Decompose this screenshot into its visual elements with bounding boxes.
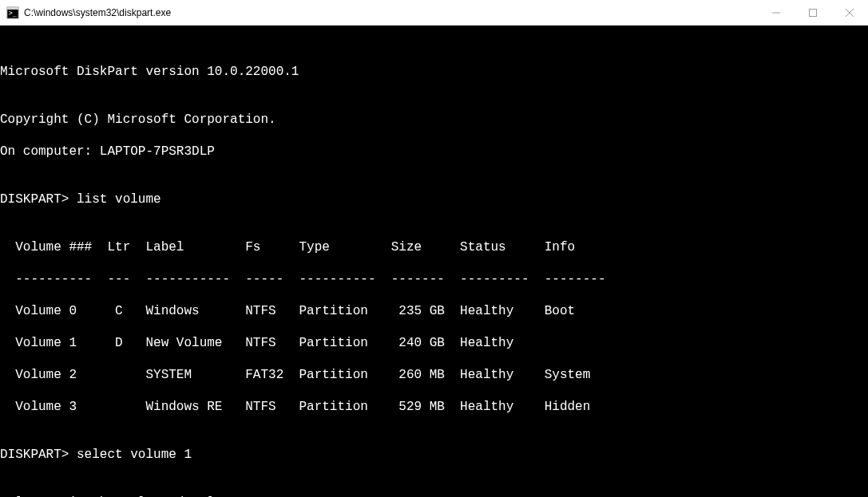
terminal-command: DISKPART> list volume — [0, 191, 868, 207]
table-divider: ---------- --- ----------- ----- -------… — [0, 271, 868, 287]
titlebar[interactable]: >_ C:\windows\system32\diskpart.exe — [0, 0, 868, 26]
window-controls — [758, 0, 868, 25]
terminal-command: DISKPART> select volume 1 — [0, 447, 868, 463]
table-header: Volume ### Ltr Label Fs Type Size Status… — [0, 239, 868, 255]
minimize-button[interactable] — [758, 0, 795, 25]
terminal-line-version: Microsoft DiskPart version 10.0.22000.1 — [0, 64, 868, 80]
table-row: Volume 3 Windows RE NTFS Partition 529 M… — [0, 399, 868, 415]
maximize-button[interactable] — [795, 0, 831, 25]
table-row: Volume 0 C Windows NTFS Partition 235 GB… — [0, 303, 868, 319]
terminal-line-computer: On computer: LAPTOP-7PSR3DLP — [0, 144, 868, 160]
table-row: Volume 1 D New Volume NTFS Partition 240… — [0, 335, 868, 351]
svg-text:>_: >_ — [9, 10, 17, 17]
svg-rect-4 — [810, 9, 817, 16]
window-title: C:\windows\system32\diskpart.exe — [24, 7, 758, 18]
app-window: >_ C:\windows\system32\diskpart.exe Micr… — [0, 0, 868, 497]
close-button[interactable] — [831, 0, 868, 25]
app-icon: >_ — [6, 6, 19, 19]
table-row: Volume 2 SYSTEM FAT32 Partition 260 MB H… — [0, 367, 868, 383]
terminal-output[interactable]: Microsoft DiskPart version 10.0.22000.1 … — [0, 26, 868, 497]
terminal-line-copyright: Copyright (C) Microsoft Corporation. — [0, 112, 868, 128]
